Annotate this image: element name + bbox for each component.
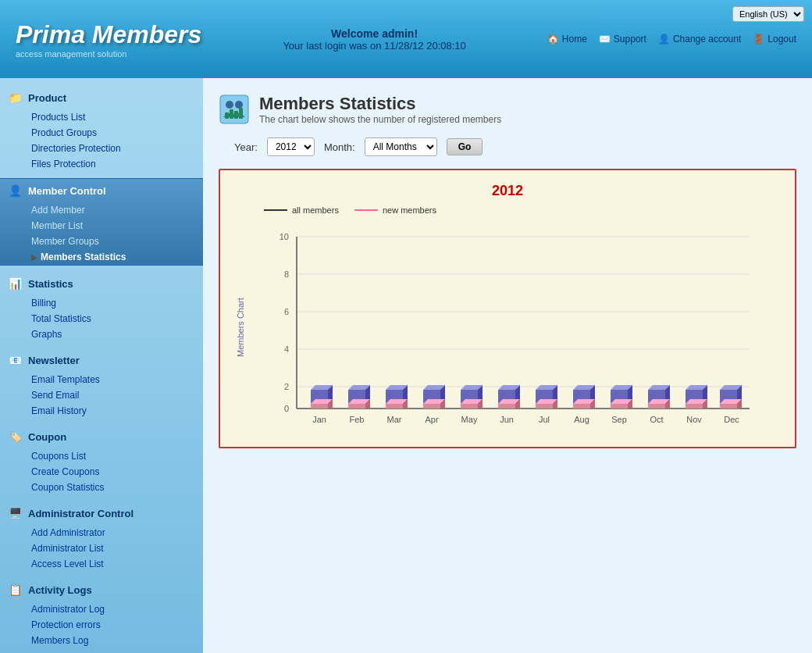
svg-text:0: 0 — [284, 404, 289, 413]
sidebar-item-product-groups[interactable]: Product Groups — [25, 125, 203, 141]
sidebar-section-header-product[interactable]: 📁Product — [0, 86, 203, 109]
sidebar-item-member-list[interactable]: Member List — [25, 218, 203, 234]
welcome-area: Welcome admin! Your last login was on 11… — [283, 27, 465, 52]
sidebar-section-newsletter: 📧NewsletterEmail TemplatesSend EmailEmai… — [0, 348, 203, 419]
page-subtitle: The chart below shows the number of regi… — [259, 114, 501, 125]
go-button[interactable]: Go — [447, 138, 483, 155]
sidebar-item-directories-protection[interactable]: Directories Protection — [25, 141, 203, 156]
sidebar-sub-items-admin-control: Add AdministratorAdministrator ListAcces… — [0, 525, 203, 572]
svg-text:Apr: Apr — [425, 415, 438, 424]
top-bar: Prima Members access management solution… — [0, 0, 812, 78]
svg-text:Dec: Dec — [724, 415, 739, 424]
svg-text:Nov: Nov — [686, 415, 702, 424]
svg-rect-0 — [220, 95, 248, 123]
month-label: Month: — [324, 141, 355, 153]
section-icon-coupon: 🏷️ — [8, 430, 22, 444]
chart-controls: Year: 2012 2011 2010 2013 Month: All Mon… — [219, 137, 796, 156]
sidebar-section-header-admin-control[interactable]: 🖥️Administrator Control — [0, 501, 203, 525]
svg-text:Sep: Sep — [611, 415, 627, 424]
home-link[interactable]: 🏠 Home — [547, 34, 587, 45]
svg-text:Jul: Jul — [539, 415, 550, 424]
section-label-coupon: Coupon — [28, 431, 66, 443]
section-icon-activity-logs: 📋 — [8, 583, 22, 597]
logo-area: Prima Members access management solution — [16, 20, 201, 59]
year-select[interactable]: 2012 2011 2010 2013 — [267, 137, 315, 156]
sidebar-item-add-administrator[interactable]: Add Administrator — [25, 525, 203, 541]
sidebar-item-member-groups[interactable]: Member Groups — [25, 234, 203, 249]
sidebar-item-send-email[interactable]: Send Email — [25, 387, 203, 403]
sidebar-item-graphs[interactable]: Graphs — [25, 326, 203, 342]
svg-point-1 — [226, 101, 233, 109]
sidebar-item-billing[interactable]: Billing — [25, 295, 203, 311]
svg-point-2 — [235, 101, 243, 109]
language-selector[interactable]: English (US) French Spanish — [732, 6, 804, 22]
bar-aug — [573, 385, 595, 409]
sidebar-sub-items-statistics: BillingTotal StatisticsGraphs — [0, 295, 203, 342]
page-icon — [219, 94, 250, 125]
active-arrow: ▶ — [31, 253, 37, 262]
sidebar-item-coupon-statistics[interactable]: Coupon Statistics — [25, 480, 203, 495]
bar-jul — [536, 385, 557, 409]
bar-feb — [348, 385, 370, 409]
sidebar-item-email-history[interactable]: Email History — [25, 403, 203, 419]
support-link[interactable]: ✉️ Support — [599, 34, 646, 45]
sidebar-item-protection-errors[interactable]: Protection errors — [25, 617, 203, 633]
chart-main: 10 8 6 4 2 0 — [248, 221, 782, 434]
sidebar-sub-items-coupon: Coupons ListCreate CouponsCoupon Statist… — [0, 448, 203, 495]
sidebar-item-files-protection[interactable]: Files Protection — [25, 156, 203, 172]
section-label-activity-logs: Activity Logs — [28, 584, 92, 596]
chart-title: 2012 — [233, 183, 782, 199]
sidebar-item-members-statistics[interactable]: ▶ Members Statistics — [25, 249, 203, 265]
bar-jun — [498, 385, 520, 409]
sidebar-item-access-level-list[interactable]: Access Level List — [25, 556, 203, 572]
sidebar-sub-items-newsletter: Email TemplatesSend EmailEmail History — [0, 372, 203, 419]
legend-all-members: all members — [264, 205, 339, 215]
svg-text:8: 8 — [284, 269, 289, 279]
section-label-newsletter: Newsletter — [28, 355, 80, 366]
section-icon-product: 📁 — [8, 91, 22, 105]
logo-subtitle: access management solution — [16, 49, 201, 59]
sidebar-section-header-activity-logs[interactable]: 📋Activity Logs — [0, 578, 203, 601]
svg-text:Jan: Jan — [312, 415, 326, 424]
chart-svg: 10 8 6 4 2 0 — [248, 221, 782, 432]
bar-sep — [611, 385, 632, 409]
chart-y-label: Members Chart — [233, 221, 248, 434]
sidebar-section-header-member-control[interactable]: 👤Member Control — [0, 179, 203, 202]
sidebar-item-members-log[interactable]: Members Log — [25, 633, 203, 648]
svg-text:4: 4 — [284, 344, 289, 354]
year-label: Year: — [234, 141, 258, 153]
page-title-text: Members Statistics The chart below shows… — [259, 94, 501, 125]
sidebar-section-product: 📁ProductProducts ListProduct GroupsDirec… — [0, 86, 203, 172]
section-label-admin-control: Administrator Control — [28, 508, 134, 519]
sidebar-item-coupons-list[interactable]: Coupons List — [25, 448, 203, 464]
sidebar-item-products-list[interactable]: Products List — [25, 109, 203, 125]
chart-wrapper: Members Chart 10 8 6 4 — [233, 221, 782, 434]
svg-rect-71 — [611, 404, 628, 409]
section-icon-statistics: 📊 — [8, 277, 22, 291]
sidebar-item-total-statistics[interactable]: Total Statistics — [25, 311, 203, 326]
logo-title: Prima Members — [16, 20, 201, 49]
month-select[interactable]: All Months JanuaryFebruaryMarch AprilMay… — [365, 137, 437, 156]
svg-text:6: 6 — [284, 307, 289, 316]
sidebar-section-header-coupon[interactable]: 🏷️Coupon — [0, 425, 203, 448]
sidebar-item-administrator-list[interactable]: Administrator List — [25, 541, 203, 556]
svg-rect-83 — [686, 404, 703, 409]
sidebar-section-header-statistics[interactable]: 📊Statistics — [0, 272, 203, 295]
svg-text:Oct: Oct — [650, 415, 663, 424]
sidebar-item-add-member[interactable]: Add Member — [25, 202, 203, 218]
chart-legend: all members new members — [233, 205, 782, 215]
sidebar-section-header-newsletter[interactable]: 📧Newsletter — [0, 348, 203, 372]
sidebar-item-email-templates[interactable]: Email Templates — [25, 372, 203, 387]
svg-rect-89 — [720, 404, 737, 409]
page-title: Members Statistics — [259, 94, 501, 114]
sidebar-item-create-coupons[interactable]: Create Coupons — [25, 464, 203, 480]
sidebar-item-administrator-log[interactable]: Administrator Log — [25, 601, 203, 617]
svg-rect-23 — [311, 404, 328, 409]
change-account-link[interactable]: 👤 Change account — [658, 34, 741, 45]
sidebar-section-coupon: 🏷️CouponCoupons ListCreate CouponsCoupon… — [0, 425, 203, 495]
svg-rect-4 — [230, 109, 233, 119]
logout-link[interactable]: 🚪 Logout — [753, 34, 796, 45]
svg-rect-29 — [348, 404, 365, 409]
sidebar-section-admin-control: 🖥️Administrator ControlAdd Administrator… — [0, 501, 203, 572]
section-icon-admin-control: 🖥️ — [8, 506, 22, 520]
